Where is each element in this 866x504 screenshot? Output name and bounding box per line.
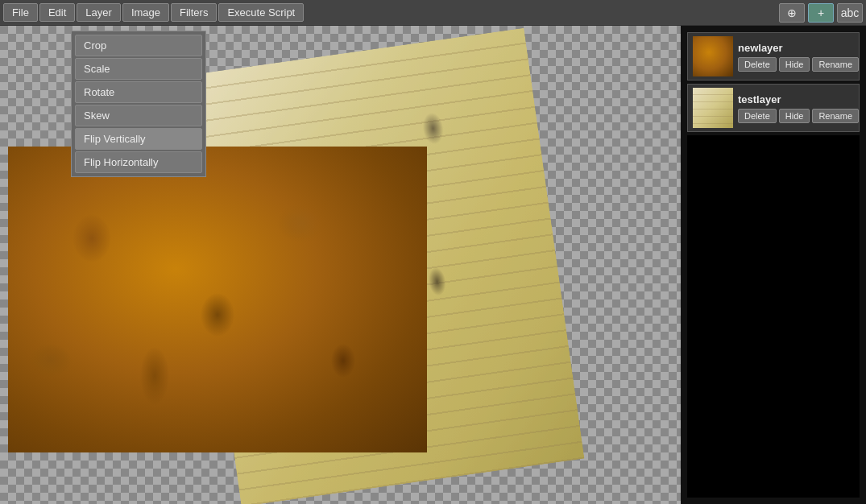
tool-buttons: ⊕ + abc xyxy=(779,3,863,23)
layer-info-newlayer: newlayer Delete Hide Rename xyxy=(738,42,859,72)
panel-empty-space xyxy=(687,135,860,498)
layer-newlayer-image xyxy=(8,147,427,452)
thumb-testlayer-preview xyxy=(693,88,733,128)
layer-name-testlayer: testlayer xyxy=(738,93,859,105)
dropdown-flip-vertically[interactable]: Flip Vertically xyxy=(75,128,202,150)
image-dropdown-menu: Crop Scale Rotate Skew Flip Vertically F… xyxy=(71,31,206,177)
dropdown-rotate[interactable]: Rotate xyxy=(75,81,202,103)
dropdown-skew[interactable]: Skew xyxy=(75,105,202,126)
layer-hide-testlayer[interactable]: Hide xyxy=(779,109,810,123)
main-content: Crop Scale Rotate Skew Flip Vertically F… xyxy=(0,26,866,504)
tool-btn-2[interactable]: + xyxy=(808,3,834,23)
canvas-area[interactable]: Crop Scale Rotate Skew Flip Vertically F… xyxy=(0,26,681,504)
layer-actions-testlayer: Delete Hide Rename xyxy=(738,109,859,123)
menu-file[interactable]: File xyxy=(3,3,38,22)
layer-delete-testlayer[interactable]: Delete xyxy=(738,109,777,123)
layer-thumb-testlayer xyxy=(693,88,733,128)
menu-bar: File Edit Layer Image Filters Execute Sc… xyxy=(0,0,866,26)
layers-panel: newlayer Delete Hide Rename testlayer De… xyxy=(681,26,866,504)
menu-image[interactable]: Image xyxy=(122,3,169,22)
layer-info-testlayer: testlayer Delete Hide Rename xyxy=(738,93,859,123)
layer-rename-newlayer[interactable]: Rename xyxy=(812,57,859,72)
layer-hide-newlayer[interactable]: Hide xyxy=(779,57,810,72)
dropdown-scale[interactable]: Scale xyxy=(75,58,202,80)
menu-layer[interactable]: Layer xyxy=(77,3,121,22)
layer-thumb-newlayer xyxy=(693,36,733,76)
layer-rename-testlayer[interactable]: Rename xyxy=(812,109,859,123)
layer-delete-newlayer[interactable]: Delete xyxy=(738,57,777,72)
layer-newlayer-canvas[interactable] xyxy=(8,147,427,452)
menu-filters[interactable]: Filters xyxy=(171,3,217,22)
layer-name-newlayer: newlayer xyxy=(738,42,859,54)
menu-execute-script[interactable]: Execute Script xyxy=(218,3,304,22)
layer-item-newlayer[interactable]: newlayer Delete Hide Rename xyxy=(687,32,860,81)
layer-item-testlayer[interactable]: testlayer Delete Hide Rename xyxy=(687,84,860,132)
tool-btn-3[interactable]: abc xyxy=(837,3,863,23)
thumb-newlayer-preview xyxy=(693,36,733,76)
menu-edit[interactable]: Edit xyxy=(39,3,75,22)
tool-btn-1[interactable]: ⊕ xyxy=(779,3,805,23)
dropdown-flip-horizontally[interactable]: Flip Horizontally xyxy=(75,151,202,173)
dropdown-crop[interactable]: Crop xyxy=(75,35,202,56)
layer-actions-newlayer: Delete Hide Rename xyxy=(738,57,859,72)
